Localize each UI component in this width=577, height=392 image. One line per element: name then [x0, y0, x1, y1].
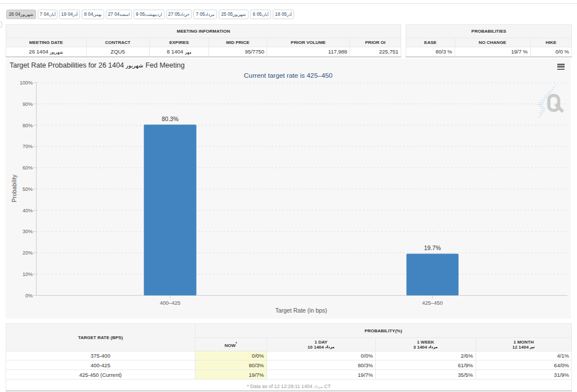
svg-text:100%: 100%	[20, 80, 33, 86]
svg-text:80%: 80%	[23, 123, 33, 128]
svg-text:80.3%: 80.3%	[162, 115, 179, 122]
svg-text:425–450: 425–450	[422, 300, 443, 306]
svg-text:90%: 90%	[23, 101, 33, 107]
svg-text:60%: 60%	[23, 165, 33, 171]
svg-text:Probability: Probability	[11, 174, 17, 202]
svg-text:50%: 50%	[23, 186, 33, 192]
svg-text:19.7%: 19.7%	[424, 244, 441, 251]
svg-text:10%: 10%	[23, 271, 33, 277]
svg-text:70%: 70%	[23, 144, 33, 149]
svg-text:20%: 20%	[23, 250, 33, 256]
svg-text:40%: 40%	[23, 208, 33, 213]
svg-text:Target Rate (in bps): Target Rate (in bps)	[275, 307, 327, 314]
svg-text:30%: 30%	[23, 229, 33, 234]
svg-text:400–425: 400–425	[159, 300, 180, 306]
svg-text:0%: 0%	[25, 293, 33, 299]
